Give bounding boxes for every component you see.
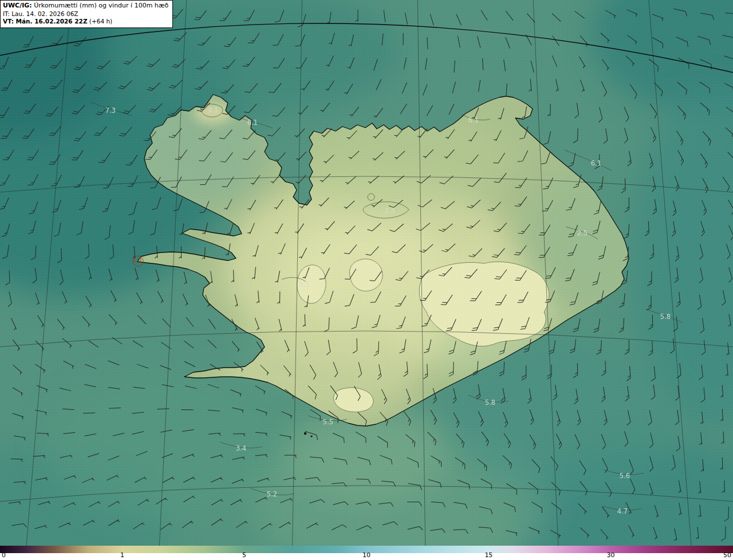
contour-label: 2.4 xyxy=(385,207,395,215)
contour-label: 5.8 xyxy=(485,399,495,407)
contour-label: 4.1 xyxy=(208,106,218,114)
contour-label: 6.1 xyxy=(468,116,479,124)
map-title: UWC/IG: Úrkomumætti (mm) og vindur í 100… xyxy=(3,2,168,10)
contour-label: 5.8 xyxy=(660,313,671,321)
contour-label: 3.2 xyxy=(132,257,142,265)
colorbar-tick-label: 0 xyxy=(2,552,6,558)
valid-time: VT: Mán. 16.02.2026 22Z (+64 h) xyxy=(3,18,168,26)
island-dot xyxy=(310,435,312,437)
contour-label: 4.7 xyxy=(617,507,628,515)
weather-map-figure: 7.34.16.16.16.12.42.53.23.35.85.85.53.45… xyxy=(0,0,733,560)
colorbar-tick-label: 30 xyxy=(607,552,615,558)
colorbar-tick-label: 50 xyxy=(723,552,731,558)
title-box: UWC/IG: Úrkomumætti (mm) og vindur í 100… xyxy=(0,0,173,28)
contour-label: 6.1 xyxy=(591,159,601,167)
contour-label: 2.5 xyxy=(577,229,588,237)
colorbar-tick-label: 10 xyxy=(362,552,371,558)
contour-label: 5.2 xyxy=(267,490,277,498)
wind-barb xyxy=(83,413,95,413)
colorbar-tick-label: 1 xyxy=(120,552,124,558)
contour-label: 3.3 xyxy=(299,281,309,289)
contour-label: 5.6 xyxy=(620,472,630,480)
colorbar-tick-label: 15 xyxy=(484,552,492,558)
contour-label: 3.4 xyxy=(236,444,246,452)
contour-label: 5.5 xyxy=(323,418,333,426)
colorbar-tick-label: 5 xyxy=(242,552,246,558)
weather-map: 7.34.16.16.16.12.42.53.23.35.85.85.53.45… xyxy=(0,0,733,546)
map-title-text: Úrkomumætti (mm) og vindur í 100m hæð xyxy=(32,2,169,9)
colorbar-labels: 01510153050 xyxy=(0,553,733,560)
valid-time-bold: VT: Mán. 16.02.2026 22Z xyxy=(3,18,88,25)
model-label: UWC/IG: xyxy=(3,2,32,9)
contour-label: 7.3 xyxy=(105,107,116,115)
colorbar: 01510153050 xyxy=(0,546,733,560)
valid-time-offset: (+64 h) xyxy=(88,18,113,25)
contour-label: 6.1 xyxy=(247,119,258,127)
init-time: IT: Lau. 14. 02. 2026 06Z xyxy=(3,10,168,18)
island-dot xyxy=(304,432,306,435)
